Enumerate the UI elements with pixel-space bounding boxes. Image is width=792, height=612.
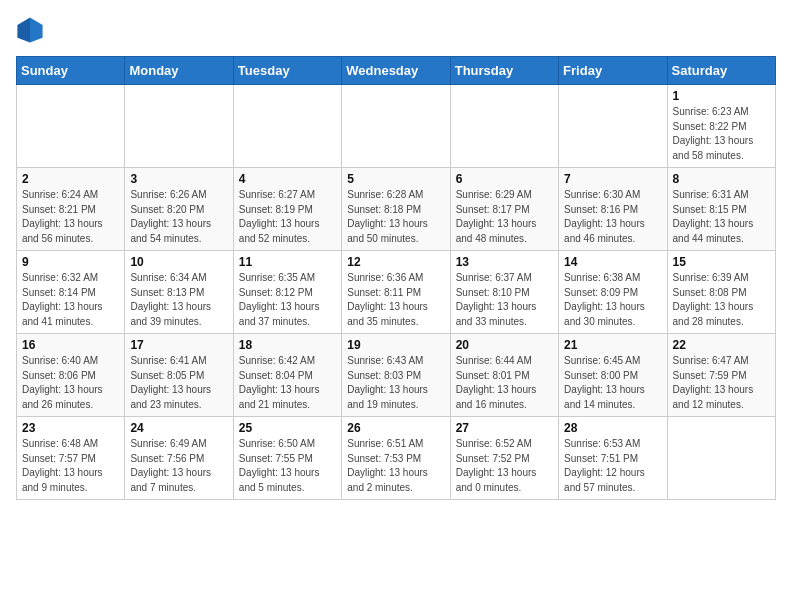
calendar-week-row: 1Sunrise: 6:23 AM Sunset: 8:22 PM Daylig… <box>17 85 776 168</box>
day-number: 4 <box>239 172 336 186</box>
day-number: 19 <box>347 338 444 352</box>
day-info: Sunrise: 6:52 AM Sunset: 7:52 PM Dayligh… <box>456 437 553 495</box>
day-number: 25 <box>239 421 336 435</box>
day-info: Sunrise: 6:39 AM Sunset: 8:08 PM Dayligh… <box>673 271 770 329</box>
calendar-day-cell <box>233 85 341 168</box>
calendar-day-cell <box>125 85 233 168</box>
calendar-day-cell: 10Sunrise: 6:34 AM Sunset: 8:13 PM Dayli… <box>125 251 233 334</box>
logo-icon <box>16 16 44 44</box>
calendar-day-cell <box>17 85 125 168</box>
day-number: 8 <box>673 172 770 186</box>
page-header <box>16 16 776 44</box>
day-number: 22 <box>673 338 770 352</box>
day-number: 1 <box>673 89 770 103</box>
calendar-day-cell <box>342 85 450 168</box>
day-number: 27 <box>456 421 553 435</box>
day-number: 5 <box>347 172 444 186</box>
calendar-day-cell: 19Sunrise: 6:43 AM Sunset: 8:03 PM Dayli… <box>342 334 450 417</box>
day-number: 26 <box>347 421 444 435</box>
day-info: Sunrise: 6:49 AM Sunset: 7:56 PM Dayligh… <box>130 437 227 495</box>
logo <box>16 16 46 44</box>
day-number: 21 <box>564 338 661 352</box>
weekday-header: Sunday <box>17 57 125 85</box>
day-info: Sunrise: 6:28 AM Sunset: 8:18 PM Dayligh… <box>347 188 444 246</box>
calendar-week-row: 9Sunrise: 6:32 AM Sunset: 8:14 PM Daylig… <box>17 251 776 334</box>
day-info: Sunrise: 6:51 AM Sunset: 7:53 PM Dayligh… <box>347 437 444 495</box>
day-info: Sunrise: 6:26 AM Sunset: 8:20 PM Dayligh… <box>130 188 227 246</box>
calendar-day-cell: 11Sunrise: 6:35 AM Sunset: 8:12 PM Dayli… <box>233 251 341 334</box>
day-info: Sunrise: 6:23 AM Sunset: 8:22 PM Dayligh… <box>673 105 770 163</box>
day-info: Sunrise: 6:30 AM Sunset: 8:16 PM Dayligh… <box>564 188 661 246</box>
day-info: Sunrise: 6:41 AM Sunset: 8:05 PM Dayligh… <box>130 354 227 412</box>
calendar-day-cell: 13Sunrise: 6:37 AM Sunset: 8:10 PM Dayli… <box>450 251 558 334</box>
day-info: Sunrise: 6:35 AM Sunset: 8:12 PM Dayligh… <box>239 271 336 329</box>
weekday-header: Thursday <box>450 57 558 85</box>
calendar-day-cell: 27Sunrise: 6:52 AM Sunset: 7:52 PM Dayli… <box>450 417 558 500</box>
day-info: Sunrise: 6:32 AM Sunset: 8:14 PM Dayligh… <box>22 271 119 329</box>
calendar-day-cell: 1Sunrise: 6:23 AM Sunset: 8:22 PM Daylig… <box>667 85 775 168</box>
calendar-day-cell: 26Sunrise: 6:51 AM Sunset: 7:53 PM Dayli… <box>342 417 450 500</box>
day-number: 11 <box>239 255 336 269</box>
calendar-day-cell: 12Sunrise: 6:36 AM Sunset: 8:11 PM Dayli… <box>342 251 450 334</box>
calendar-day-cell: 18Sunrise: 6:42 AM Sunset: 8:04 PM Dayli… <box>233 334 341 417</box>
calendar-day-cell: 21Sunrise: 6:45 AM Sunset: 8:00 PM Dayli… <box>559 334 667 417</box>
day-number: 17 <box>130 338 227 352</box>
day-number: 3 <box>130 172 227 186</box>
calendar-day-cell: 16Sunrise: 6:40 AM Sunset: 8:06 PM Dayli… <box>17 334 125 417</box>
day-number: 9 <box>22 255 119 269</box>
calendar-day-cell: 5Sunrise: 6:28 AM Sunset: 8:18 PM Daylig… <box>342 168 450 251</box>
day-number: 23 <box>22 421 119 435</box>
day-info: Sunrise: 6:31 AM Sunset: 8:15 PM Dayligh… <box>673 188 770 246</box>
calendar-day-cell: 7Sunrise: 6:30 AM Sunset: 8:16 PM Daylig… <box>559 168 667 251</box>
day-info: Sunrise: 6:34 AM Sunset: 8:13 PM Dayligh… <box>130 271 227 329</box>
calendar-week-row: 23Sunrise: 6:48 AM Sunset: 7:57 PM Dayli… <box>17 417 776 500</box>
calendar-week-row: 16Sunrise: 6:40 AM Sunset: 8:06 PM Dayli… <box>17 334 776 417</box>
weekday-header: Monday <box>125 57 233 85</box>
day-number: 18 <box>239 338 336 352</box>
calendar-day-cell: 17Sunrise: 6:41 AM Sunset: 8:05 PM Dayli… <box>125 334 233 417</box>
calendar-day-cell: 2Sunrise: 6:24 AM Sunset: 8:21 PM Daylig… <box>17 168 125 251</box>
calendar-day-cell <box>667 417 775 500</box>
day-info: Sunrise: 6:44 AM Sunset: 8:01 PM Dayligh… <box>456 354 553 412</box>
day-number: 6 <box>456 172 553 186</box>
calendar-table: SundayMondayTuesdayWednesdayThursdayFrid… <box>16 56 776 500</box>
day-number: 15 <box>673 255 770 269</box>
weekday-header: Friday <box>559 57 667 85</box>
calendar-day-cell: 8Sunrise: 6:31 AM Sunset: 8:15 PM Daylig… <box>667 168 775 251</box>
calendar-day-cell: 15Sunrise: 6:39 AM Sunset: 8:08 PM Dayli… <box>667 251 775 334</box>
calendar-day-cell: 20Sunrise: 6:44 AM Sunset: 8:01 PM Dayli… <box>450 334 558 417</box>
calendar-day-cell: 24Sunrise: 6:49 AM Sunset: 7:56 PM Dayli… <box>125 417 233 500</box>
calendar-day-cell: 28Sunrise: 6:53 AM Sunset: 7:51 PM Dayli… <box>559 417 667 500</box>
day-number: 14 <box>564 255 661 269</box>
day-number: 20 <box>456 338 553 352</box>
day-info: Sunrise: 6:40 AM Sunset: 8:06 PM Dayligh… <box>22 354 119 412</box>
weekday-header: Saturday <box>667 57 775 85</box>
day-number: 12 <box>347 255 444 269</box>
day-number: 13 <box>456 255 553 269</box>
calendar-day-cell: 3Sunrise: 6:26 AM Sunset: 8:20 PM Daylig… <box>125 168 233 251</box>
day-number: 24 <box>130 421 227 435</box>
calendar-day-cell: 23Sunrise: 6:48 AM Sunset: 7:57 PM Dayli… <box>17 417 125 500</box>
svg-marker-1 <box>30 17 43 42</box>
calendar-day-cell: 25Sunrise: 6:50 AM Sunset: 7:55 PM Dayli… <box>233 417 341 500</box>
day-info: Sunrise: 6:29 AM Sunset: 8:17 PM Dayligh… <box>456 188 553 246</box>
weekday-header: Wednesday <box>342 57 450 85</box>
day-number: 28 <box>564 421 661 435</box>
day-number: 16 <box>22 338 119 352</box>
day-info: Sunrise: 6:53 AM Sunset: 7:51 PM Dayligh… <box>564 437 661 495</box>
svg-marker-2 <box>17 17 30 42</box>
weekday-header: Tuesday <box>233 57 341 85</box>
day-number: 7 <box>564 172 661 186</box>
calendar-day-cell: 22Sunrise: 6:47 AM Sunset: 7:59 PM Dayli… <box>667 334 775 417</box>
day-info: Sunrise: 6:37 AM Sunset: 8:10 PM Dayligh… <box>456 271 553 329</box>
calendar-day-cell <box>559 85 667 168</box>
day-info: Sunrise: 6:50 AM Sunset: 7:55 PM Dayligh… <box>239 437 336 495</box>
calendar-day-cell: 9Sunrise: 6:32 AM Sunset: 8:14 PM Daylig… <box>17 251 125 334</box>
calendar-day-cell: 4Sunrise: 6:27 AM Sunset: 8:19 PM Daylig… <box>233 168 341 251</box>
calendar-week-row: 2Sunrise: 6:24 AM Sunset: 8:21 PM Daylig… <box>17 168 776 251</box>
day-info: Sunrise: 6:36 AM Sunset: 8:11 PM Dayligh… <box>347 271 444 329</box>
calendar-day-cell <box>450 85 558 168</box>
day-info: Sunrise: 6:27 AM Sunset: 8:19 PM Dayligh… <box>239 188 336 246</box>
day-info: Sunrise: 6:38 AM Sunset: 8:09 PM Dayligh… <box>564 271 661 329</box>
day-info: Sunrise: 6:47 AM Sunset: 7:59 PM Dayligh… <box>673 354 770 412</box>
